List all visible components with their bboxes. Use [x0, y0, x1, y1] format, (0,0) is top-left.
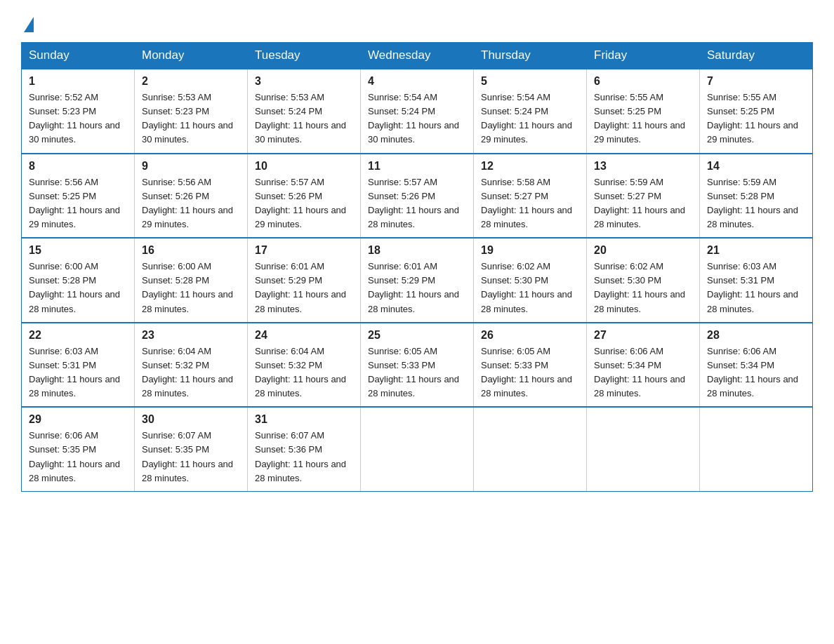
- day-cell: 29Sunrise: 6:06 AMSunset: 5:35 PMDayligh…: [22, 407, 135, 491]
- day-number: 10: [255, 160, 353, 173]
- day-number: 17: [255, 244, 353, 257]
- day-number: 4: [368, 75, 466, 88]
- day-number: 19: [481, 244, 579, 257]
- day-cell: [700, 407, 813, 491]
- day-info: Sunrise: 6:02 AMSunset: 5:30 PMDaylight:…: [594, 260, 692, 316]
- day-cell: 4Sunrise: 5:54 AMSunset: 5:24 PMDaylight…: [361, 69, 474, 154]
- day-cell: 22Sunrise: 6:03 AMSunset: 5:31 PMDayligh…: [22, 323, 135, 408]
- day-number: 11: [368, 160, 466, 173]
- week-row-2: 8Sunrise: 5:56 AMSunset: 5:25 PMDaylight…: [22, 154, 813, 239]
- day-cell: 10Sunrise: 5:57 AMSunset: 5:26 PMDayligh…: [248, 154, 361, 239]
- week-row-4: 22Sunrise: 6:03 AMSunset: 5:31 PMDayligh…: [22, 323, 813, 408]
- day-cell: 1Sunrise: 5:52 AMSunset: 5:23 PMDaylight…: [22, 69, 135, 154]
- day-cell: 13Sunrise: 5:59 AMSunset: 5:27 PMDayligh…: [587, 154, 700, 239]
- day-number: 21: [707, 244, 805, 257]
- day-info: Sunrise: 6:03 AMSunset: 5:31 PMDaylight:…: [29, 344, 127, 401]
- day-number: 18: [368, 244, 466, 257]
- day-number: 15: [29, 244, 127, 257]
- day-info: Sunrise: 6:03 AMSunset: 5:31 PMDaylight:…: [707, 260, 805, 316]
- page-header: [21, 14, 813, 29]
- day-number: 23: [142, 329, 240, 342]
- day-cell: 25Sunrise: 6:05 AMSunset: 5:33 PMDayligh…: [361, 323, 474, 408]
- day-cell: 23Sunrise: 6:04 AMSunset: 5:32 PMDayligh…: [135, 323, 248, 408]
- day-info: Sunrise: 5:57 AMSunset: 5:26 PMDaylight:…: [255, 175, 353, 232]
- day-cell: 2Sunrise: 5:53 AMSunset: 5:23 PMDaylight…: [135, 69, 248, 154]
- weekday-header-saturday: Saturday: [700, 43, 813, 69]
- day-number: 14: [707, 160, 805, 173]
- day-info: Sunrise: 5:59 AMSunset: 5:28 PMDaylight:…: [707, 175, 805, 232]
- day-cell: 6Sunrise: 5:55 AMSunset: 5:25 PMDaylight…: [587, 69, 700, 154]
- week-row-1: 1Sunrise: 5:52 AMSunset: 5:23 PMDaylight…: [22, 69, 813, 154]
- day-number: 27: [594, 329, 692, 342]
- weekday-header-sunday: Sunday: [22, 43, 135, 69]
- day-cell: [587, 407, 700, 491]
- day-info: Sunrise: 5:57 AMSunset: 5:26 PMDaylight:…: [368, 175, 466, 232]
- day-info: Sunrise: 6:05 AMSunset: 5:33 PMDaylight:…: [368, 344, 466, 401]
- day-info: Sunrise: 6:01 AMSunset: 5:29 PMDaylight:…: [255, 260, 353, 316]
- day-info: Sunrise: 5:58 AMSunset: 5:27 PMDaylight:…: [481, 175, 579, 232]
- day-info: Sunrise: 6:06 AMSunset: 5:35 PMDaylight:…: [29, 429, 127, 485]
- day-number: 5: [481, 75, 579, 88]
- day-cell: [474, 407, 587, 491]
- day-cell: 8Sunrise: 5:56 AMSunset: 5:25 PMDaylight…: [22, 154, 135, 239]
- day-number: 7: [707, 75, 805, 88]
- day-number: 28: [707, 329, 805, 342]
- day-info: Sunrise: 5:56 AMSunset: 5:25 PMDaylight:…: [29, 175, 127, 232]
- day-number: 26: [481, 329, 579, 342]
- day-info: Sunrise: 5:54 AMSunset: 5:24 PMDaylight:…: [481, 90, 579, 147]
- weekday-header-row: SundayMondayTuesdayWednesdayThursdayFrid…: [22, 43, 813, 69]
- day-number: 24: [255, 329, 353, 342]
- weekday-header-tuesday: Tuesday: [248, 43, 361, 69]
- day-info: Sunrise: 6:05 AMSunset: 5:33 PMDaylight:…: [481, 344, 579, 401]
- day-number: 8: [29, 160, 127, 173]
- day-info: Sunrise: 6:07 AMSunset: 5:36 PMDaylight:…: [255, 429, 353, 485]
- day-cell: 7Sunrise: 5:55 AMSunset: 5:25 PMDaylight…: [700, 69, 813, 154]
- day-info: Sunrise: 6:00 AMSunset: 5:28 PMDaylight:…: [29, 260, 127, 316]
- day-number: 30: [142, 413, 240, 426]
- day-cell: 3Sunrise: 5:53 AMSunset: 5:24 PMDaylight…: [248, 69, 361, 154]
- calendar-table: SundayMondayTuesdayWednesdayThursdayFrid…: [21, 42, 813, 492]
- day-cell: 24Sunrise: 6:04 AMSunset: 5:32 PMDayligh…: [248, 323, 361, 408]
- day-info: Sunrise: 5:55 AMSunset: 5:25 PMDaylight:…: [594, 90, 692, 147]
- logo: [21, 14, 34, 29]
- day-info: Sunrise: 5:53 AMSunset: 5:23 PMDaylight:…: [142, 90, 240, 147]
- day-cell: 16Sunrise: 6:00 AMSunset: 5:28 PMDayligh…: [135, 238, 248, 323]
- day-cell: [361, 407, 474, 491]
- day-cell: 28Sunrise: 6:06 AMSunset: 5:34 PMDayligh…: [700, 323, 813, 408]
- day-info: Sunrise: 5:54 AMSunset: 5:24 PMDaylight:…: [368, 90, 466, 147]
- day-info: Sunrise: 5:52 AMSunset: 5:23 PMDaylight:…: [29, 90, 127, 147]
- day-cell: 30Sunrise: 6:07 AMSunset: 5:35 PMDayligh…: [135, 407, 248, 491]
- day-cell: 9Sunrise: 5:56 AMSunset: 5:26 PMDaylight…: [135, 154, 248, 239]
- day-cell: 31Sunrise: 6:07 AMSunset: 5:36 PMDayligh…: [248, 407, 361, 491]
- weekday-header-wednesday: Wednesday: [361, 43, 474, 69]
- day-cell: 11Sunrise: 5:57 AMSunset: 5:26 PMDayligh…: [361, 154, 474, 239]
- logo-triangle-icon: [24, 17, 34, 32]
- day-cell: 12Sunrise: 5:58 AMSunset: 5:27 PMDayligh…: [474, 154, 587, 239]
- weekday-header-monday: Monday: [135, 43, 248, 69]
- day-number: 13: [594, 160, 692, 173]
- day-cell: 21Sunrise: 6:03 AMSunset: 5:31 PMDayligh…: [700, 238, 813, 323]
- day-number: 29: [29, 413, 127, 426]
- day-info: Sunrise: 6:01 AMSunset: 5:29 PMDaylight:…: [368, 260, 466, 316]
- day-number: 12: [481, 160, 579, 173]
- weekday-header-friday: Friday: [587, 43, 700, 69]
- day-number: 20: [594, 244, 692, 257]
- day-info: Sunrise: 6:02 AMSunset: 5:30 PMDaylight:…: [481, 260, 579, 316]
- day-info: Sunrise: 6:04 AMSunset: 5:32 PMDaylight:…: [255, 344, 353, 401]
- day-number: 6: [594, 75, 692, 88]
- day-cell: 5Sunrise: 5:54 AMSunset: 5:24 PMDaylight…: [474, 69, 587, 154]
- weekday-header-thursday: Thursday: [474, 43, 587, 69]
- day-number: 3: [255, 75, 353, 88]
- day-cell: 14Sunrise: 5:59 AMSunset: 5:28 PMDayligh…: [700, 154, 813, 239]
- week-row-3: 15Sunrise: 6:00 AMSunset: 5:28 PMDayligh…: [22, 238, 813, 323]
- day-info: Sunrise: 5:59 AMSunset: 5:27 PMDaylight:…: [594, 175, 692, 232]
- day-cell: 20Sunrise: 6:02 AMSunset: 5:30 PMDayligh…: [587, 238, 700, 323]
- day-number: 2: [142, 75, 240, 88]
- day-cell: 18Sunrise: 6:01 AMSunset: 5:29 PMDayligh…: [361, 238, 474, 323]
- day-cell: 15Sunrise: 6:00 AMSunset: 5:28 PMDayligh…: [22, 238, 135, 323]
- day-info: Sunrise: 5:56 AMSunset: 5:26 PMDaylight:…: [142, 175, 240, 232]
- week-row-5: 29Sunrise: 6:06 AMSunset: 5:35 PMDayligh…: [22, 407, 813, 491]
- day-number: 25: [368, 329, 466, 342]
- day-info: Sunrise: 6:06 AMSunset: 5:34 PMDaylight:…: [707, 344, 805, 401]
- day-number: 22: [29, 329, 127, 342]
